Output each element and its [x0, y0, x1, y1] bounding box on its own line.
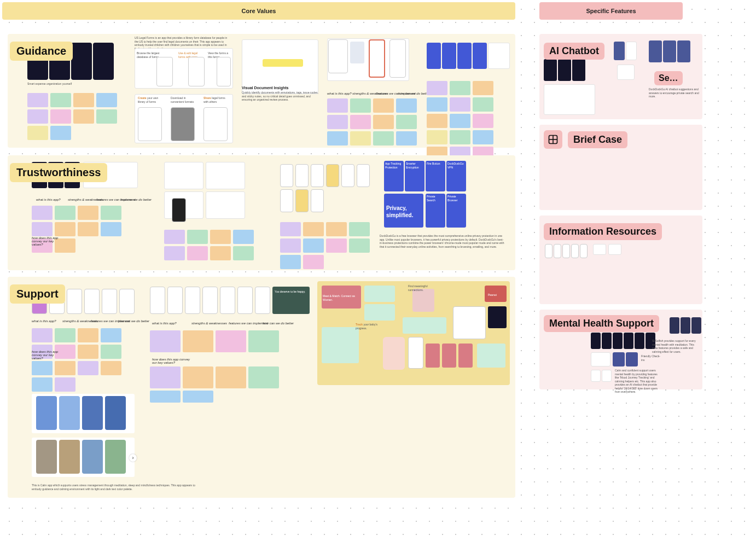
priv-t4: DuckDuckGo VPN [447, 162, 465, 169]
peanut-tagline: Meet & Match. Connect as Women. [323, 294, 359, 301]
doc-highlight [263, 59, 303, 67]
info-p-4 [571, 244, 579, 258]
priv-t2: Smarter Encryption [406, 162, 423, 169]
trust-y-6 [357, 164, 370, 187]
share-label: Share legal forms with others [203, 96, 230, 103]
peanut-dark [488, 306, 507, 328]
chatbot-white-2 [617, 65, 635, 80]
chatbot-dark-3 [572, 59, 585, 81]
peanut-brand: Peanut [488, 293, 497, 297]
info-p-1 [545, 244, 553, 258]
browse-phone-3 [217, 57, 231, 86]
browse-phone-2 [188, 57, 205, 86]
peanut-note-1 [364, 286, 395, 302]
doc-insights-desc: Quickly identify documents with annotati… [242, 91, 318, 102]
calm-6 [59, 440, 80, 474]
calm-8 [105, 440, 126, 474]
guidance-blue-2 [442, 43, 456, 69]
guidance-desc-1: Smart expense organization yourself [27, 82, 115, 86]
browse-phone-1 [156, 57, 173, 86]
s2-better: how can we do better [263, 322, 294, 325]
trust-tag[interactable]: Trustworthiness [10, 163, 107, 182]
calm-next-icon[interactable]: › [129, 454, 137, 462]
trust-doc-1 [164, 162, 203, 189]
s2-convey: how does this app convey our key values? [152, 358, 190, 364]
mental-d-7 [670, 317, 679, 334]
peanut-baby [383, 337, 405, 370]
trust-notes-2 [164, 230, 263, 260]
info-tag[interactable]: Information Resources [544, 223, 662, 240]
peanut-app-4 [458, 344, 473, 368]
mental-desc: SiiSelfish provides support for every me… [652, 339, 700, 353]
trust-doc-4 [206, 191, 245, 219]
s-what: what is this app? [32, 319, 56, 323]
guidance-mock-4 [93, 43, 114, 80]
peanut-note-3 [403, 317, 446, 334]
s2-what: what is this app? [152, 322, 177, 325]
sup2-phone-4 [202, 287, 218, 314]
sup-phone-6 [119, 289, 135, 314]
mental-d-1 [591, 333, 601, 349]
g-phone-3 [389, 39, 406, 78]
forms2-phone-3 [203, 107, 228, 141]
trust-phone [172, 198, 186, 222]
chatbot-dark-2 [558, 59, 571, 81]
trust-y-9 [311, 189, 324, 212]
briefcase-tag[interactable]: Brief Case [568, 131, 627, 148]
peanut-app-3 [442, 344, 456, 368]
forms2-phone-2 [171, 107, 195, 141]
mental-icon-2 [602, 370, 612, 382]
support-notes-1b [32, 361, 141, 392]
se-truncated-tag[interactable]: Se… [654, 71, 683, 85]
trust-y-8 [295, 189, 309, 212]
s-convey: how does this app convey our key values? [32, 350, 65, 360]
forms2-phone-1 [138, 107, 162, 141]
guidance-mock-3 [71, 43, 92, 80]
info-thumb-2 [608, 244, 621, 255]
guidance-blue-4 [473, 43, 487, 69]
trust-y-4 [326, 164, 339, 187]
priv-t5: Private Search [427, 195, 444, 202]
info-thumb-1 [593, 244, 606, 255]
info-p-5 [580, 244, 588, 258]
grid-icon[interactable] [544, 130, 562, 149]
chatbot-white-1 [626, 42, 637, 60]
priv-t1: App Tracking Protection [385, 162, 403, 169]
calm-5 [36, 440, 57, 474]
specific-features-header: Specific Features [539, 2, 683, 20]
happy-label: You deserve to be happy. [275, 290, 307, 294]
sup2-phone-1 [150, 287, 165, 314]
calm-7 [82, 440, 103, 474]
g-what: what is this app? [327, 92, 352, 95]
chatbot-blue-4 [677, 40, 690, 62]
chatbot-blue-2 [649, 40, 662, 62]
mental-icon-1 [591, 370, 601, 382]
chatbot-tag[interactable]: AI Chatbot [544, 43, 604, 60]
mental-tag[interactable]: Mental Health Support [544, 315, 659, 332]
sup-phone-5 [102, 289, 117, 314]
info-p-2 [554, 244, 561, 258]
mental-d-4 [624, 333, 633, 349]
peanut-app-1 [408, 337, 423, 369]
mental-d-9 [691, 317, 701, 334]
guidance-tag[interactable]: Guidance [10, 42, 73, 61]
support-tag[interactable]: Support [10, 284, 65, 304]
trust-y-2 [295, 164, 309, 187]
sup2-phone-5 [220, 287, 235, 314]
download-label: Download in convenient formats [171, 96, 197, 103]
chatbot-dark-1 [544, 59, 557, 81]
sup2-phone-3 [185, 287, 200, 314]
calm-1 [36, 396, 57, 430]
peanut-chat [453, 306, 486, 339]
mental-card-1 [591, 352, 610, 366]
peanut-app-2 [426, 344, 440, 368]
s2-strengths: strengths & weaknesses [191, 322, 227, 325]
peanut-note-4 [477, 344, 505, 368]
peanut-text-card [322, 327, 359, 363]
chatbot-desc: DuckDuckGo AI chatbot suggestions and an… [649, 88, 699, 98]
g-badge [350, 42, 364, 63]
guidance-blue-3 [457, 43, 472, 69]
trust-y-7 [280, 189, 293, 212]
sup-phone-4 [84, 289, 100, 314]
support-notes-2 [150, 330, 309, 352]
